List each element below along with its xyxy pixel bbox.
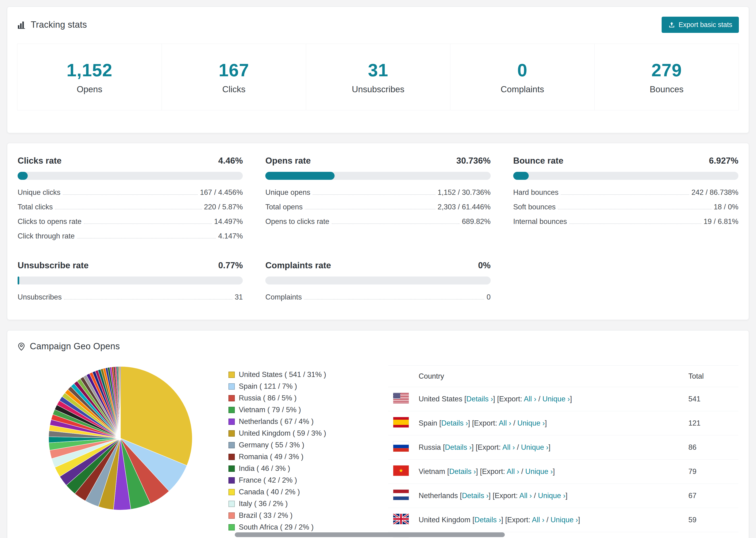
- details-link[interactable]: Details ›: [462, 492, 489, 500]
- export-prefix-text: ] [Export:: [468, 419, 499, 427]
- legend-item[interactable]: France ( 42 / 2% ): [229, 474, 360, 486]
- legend-item[interactable]: United Kingdom ( 59 / 3% ): [229, 427, 360, 439]
- rate-row: Complaints 0: [265, 290, 490, 304]
- rate-block: Unsubscribe rate 0.77% Unsubscribes 31: [18, 260, 243, 304]
- rate-row-value: 31: [235, 293, 243, 301]
- export-prefix-text: ] [Export:: [476, 467, 507, 476]
- horizontal-scrollbar-thumb[interactable]: [235, 532, 505, 537]
- rate-row-value: 167 / 4.456%: [200, 188, 243, 197]
- rate-row: Clicks to opens rate 14.497%: [18, 214, 243, 229]
- legend-label: Romania ( 49 / 3% ): [239, 453, 303, 461]
- rate-header: Unsubscribe rate 0.77%: [18, 260, 243, 270]
- rate-row-label: Total clicks: [18, 203, 53, 211]
- dotted-leader: [63, 194, 198, 195]
- separator-text: /: [512, 419, 517, 427]
- geo-pie-chart[interactable]: [48, 365, 193, 538]
- export-unique-link[interactable]: Unique ›: [517, 419, 545, 427]
- bracket-text: ]: [578, 516, 580, 524]
- rate-header: Complaints rate 0%: [265, 260, 490, 270]
- legend-item[interactable]: Vietnam ( 79 / 5% ): [229, 404, 360, 416]
- rate-row-value: 220 / 5.87%: [204, 203, 243, 211]
- legend-label: Canada ( 40 / 2% ): [239, 488, 300, 496]
- export-all-link[interactable]: All ›: [499, 419, 511, 427]
- table-row: Spain [Details ›] [Export: All › / Uniqu…: [388, 411, 738, 435]
- bracket-text: [: [470, 516, 474, 524]
- bracket-text: ]: [553, 467, 555, 476]
- country-column-header: Country: [416, 366, 685, 387]
- legend-swatch: [229, 477, 235, 484]
- rate-block: Complaints rate 0% Complaints 0: [265, 260, 490, 304]
- rate-block: Opens rate 30.736% Unique opens 1,152 / …: [265, 156, 490, 243]
- stat-value: 1,152: [67, 60, 112, 80]
- export-unique-link[interactable]: Unique ›: [521, 443, 549, 452]
- tracking-stats-card: Tracking stats Export basic stats 1,152 …: [7, 7, 749, 133]
- flag-us-icon: [393, 393, 409, 403]
- table-row: Netherlands [Details ›] [Export: All › /…: [388, 484, 738, 508]
- legend-item[interactable]: India ( 46 / 3% ): [229, 463, 360, 474]
- total-column-header: Total: [685, 366, 738, 387]
- stat-label: Unsubscribes: [352, 84, 404, 94]
- details-link[interactable]: Details ›: [449, 467, 476, 476]
- rate-title: Bounce rate: [513, 156, 564, 166]
- rate-row: Total clicks 220 / 5.87%: [18, 199, 243, 214]
- rate-row: Total opens 2,303 / 61.446%: [265, 199, 490, 214]
- country-name: United States: [419, 395, 462, 403]
- rate-header: Bounce rate 6.927%: [513, 156, 738, 166]
- rate-row-label: Soft bounces: [513, 203, 556, 211]
- legend-item[interactable]: Romania ( 49 / 3% ): [229, 451, 360, 463]
- rate-row: Soft bounces 18 / 0%: [513, 199, 738, 214]
- progress-bar: [513, 172, 738, 180]
- legend-item[interactable]: United States ( 541 / 31% ): [229, 369, 360, 381]
- details-link[interactable]: Details ›: [441, 419, 468, 427]
- rate-title: Unsubscribe rate: [18, 260, 88, 270]
- table-row: Vietnam [Details ›] [Export: All › / Uni…: [388, 459, 738, 484]
- rate-row: Hard bounces 242 / 86.738%: [513, 185, 738, 199]
- export-unique-link[interactable]: Unique ›: [551, 516, 578, 524]
- dotted-leader: [313, 194, 435, 195]
- legend-item[interactable]: Canada ( 40 / 2% ): [229, 486, 360, 498]
- legend-label: Vietnam ( 79 / 5% ): [239, 405, 301, 414]
- rate-rows: Hard bounces 242 / 86.738% Soft bounces …: [513, 185, 738, 229]
- legend-item[interactable]: Russia ( 86 / 5% ): [229, 392, 360, 404]
- export-all-link[interactable]: All ›: [503, 443, 515, 452]
- export-basic-stats-label: Export basic stats: [678, 21, 732, 28]
- rate-header: Clicks rate 4.46%: [18, 156, 243, 166]
- export-all-link[interactable]: All ›: [532, 516, 544, 524]
- rates-grid: Clicks rate 4.46% Unique clicks 167 / 4.…: [18, 156, 738, 304]
- total-value: 59: [685, 508, 738, 532]
- legend-item[interactable]: South Africa ( 29 / 2% ): [229, 521, 360, 533]
- bracket-text: [: [445, 467, 449, 476]
- export-unique-link[interactable]: Unique ›: [538, 492, 566, 500]
- stat-value: 31: [368, 60, 388, 80]
- rate-row-value: 2,303 / 61.446%: [438, 203, 491, 211]
- legend-item[interactable]: Netherlands ( 67 / 4% ): [229, 416, 360, 427]
- total-value: 55: [685, 532, 738, 538]
- dotted-leader: [305, 209, 435, 209]
- bracket-text: ]: [570, 395, 572, 403]
- total-value: 86: [685, 435, 738, 459]
- details-link[interactable]: Details ›: [466, 395, 493, 403]
- details-link[interactable]: Details ›: [474, 516, 501, 524]
- export-unique-link[interactable]: Unique ›: [525, 467, 553, 476]
- rate-row-value: 4.147%: [218, 232, 243, 241]
- export-unique-link[interactable]: Unique ›: [542, 395, 570, 403]
- legend-label: United Kingdom ( 59 / 3% ): [239, 429, 326, 438]
- legend-item[interactable]: Brazil ( 33 / 2% ): [229, 510, 360, 521]
- geo-card: Campaign Geo Opens United States ( 541 /…: [7, 330, 749, 538]
- rate-row-value: 689.82%: [462, 217, 490, 226]
- legend-item[interactable]: Spain ( 121 / 7% ): [229, 381, 360, 392]
- page: Tracking stats Export basic stats 1,152 …: [0, 0, 756, 538]
- export-basic-stats-button[interactable]: Export basic stats: [662, 17, 739, 33]
- export-all-link[interactable]: All ›: [524, 395, 536, 403]
- export-all-link[interactable]: All ›: [507, 467, 519, 476]
- legend-swatch: [229, 501, 235, 507]
- details-link[interactable]: Details ›: [445, 443, 472, 452]
- geo-title: Campaign Geo Opens: [18, 341, 738, 351]
- export-all-link[interactable]: All ›: [519, 492, 532, 500]
- rate-rows: Complaints 0: [265, 290, 490, 304]
- stat-box: 279 Bounces: [594, 44, 739, 110]
- legend-item[interactable]: Italy ( 36 / 2% ): [229, 498, 360, 510]
- rate-row: Unsubscribes 31: [18, 290, 243, 304]
- dotted-leader: [569, 224, 701, 224]
- legend-item[interactable]: Germany ( 55 / 3% ): [229, 439, 360, 451]
